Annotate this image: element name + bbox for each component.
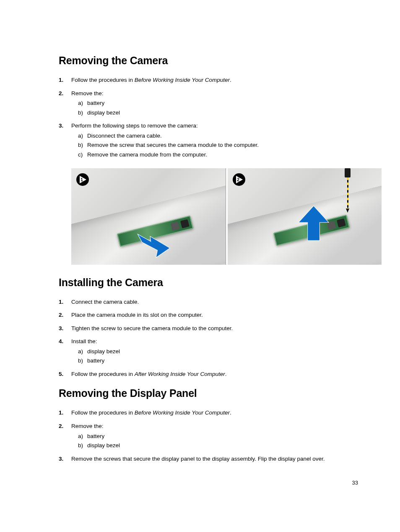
sub-item: Disconnect the camera cable. xyxy=(78,132,358,140)
svg-marker-1 xyxy=(138,234,170,258)
step-text: Perform the following steps to remove th… xyxy=(71,123,198,129)
step-text: Remove the: xyxy=(71,90,104,96)
action-arrow-icon xyxy=(134,231,172,261)
list-item: Follow the procedures in After Working I… xyxy=(59,370,358,378)
step-text: . xyxy=(225,371,227,377)
list-item: Follow the procedures in Before Working … xyxy=(59,76,358,84)
list-item: Perform the following steps to remove th… xyxy=(59,122,358,159)
figure-pane-2: 2 xyxy=(228,168,382,265)
doc-reference: After Working Inside Your Computer xyxy=(135,371,225,377)
step-text: Follow the procedures in xyxy=(71,77,135,83)
list-item: Remove the: battery display bezel xyxy=(59,422,358,450)
step-badge-1: 1 xyxy=(76,173,89,186)
screwdriver-illustration xyxy=(345,168,351,213)
action-arrow-icon xyxy=(295,204,332,242)
figure: 1 2 xyxy=(71,168,382,265)
page-number: 33 xyxy=(352,480,358,486)
sub-item: Remove the screw that secures the camera… xyxy=(78,141,358,149)
step-badge-number: 1 xyxy=(81,177,83,182)
sub-item: display bezel xyxy=(78,441,358,450)
list-item: Remove the: battery display bezel xyxy=(59,89,358,117)
section-heading: Removing the Camera xyxy=(59,55,358,67)
step-text: Install the: xyxy=(71,338,97,344)
sub-item: display bezel xyxy=(78,347,358,356)
step-text: Follow the procedures in xyxy=(71,409,135,416)
sub-item: Remove the camera module from the comput… xyxy=(78,151,358,159)
section-heading: Removing the Display Panel xyxy=(59,387,358,399)
doc-reference: Before Working Inside Your Computer xyxy=(135,77,230,83)
step-text: . xyxy=(230,409,231,416)
ordered-list: Follow the procedures in Before Working … xyxy=(59,409,358,463)
step-text: . xyxy=(230,77,231,83)
sub-list: battery display bezel xyxy=(78,99,358,117)
list-item: Place the camera module in its slot on t… xyxy=(59,311,358,319)
sub-list: display bezel battery xyxy=(78,347,358,365)
figure-pane-1: 1 xyxy=(71,168,226,265)
ordered-list: Follow the procedures in Before Working … xyxy=(59,76,358,159)
list-item: Remove the screws that secure the displa… xyxy=(59,455,358,463)
sub-list: Disconnect the camera cable. Remove the … xyxy=(78,132,358,159)
sub-item: battery xyxy=(78,357,358,365)
page: Removing the Camera Follow the procedure… xyxy=(0,0,400,532)
doc-reference: Before Working Inside Your Computer xyxy=(135,409,230,416)
sub-item: battery xyxy=(78,432,358,441)
list-item: Install the: display bezel battery xyxy=(59,337,358,365)
sub-item: battery xyxy=(78,99,358,107)
ordered-list: Connect the camera cable. Place the came… xyxy=(59,298,358,378)
list-item: Tighten the screw to secure the camera m… xyxy=(59,324,358,333)
list-item: Connect the camera cable. xyxy=(59,298,358,306)
step-text: Remove the: xyxy=(71,423,104,429)
step-badge-2: 2 xyxy=(233,173,245,186)
section-heading: Installing the Camera xyxy=(59,276,358,289)
sub-list: battery display bezel xyxy=(78,432,358,450)
svg-marker-3 xyxy=(299,206,329,240)
step-badge-number: 2 xyxy=(237,177,239,182)
list-item: Follow the procedures in Before Working … xyxy=(59,409,358,417)
sub-item: display bezel xyxy=(78,109,358,117)
step-text: Follow the procedures in xyxy=(71,371,135,377)
